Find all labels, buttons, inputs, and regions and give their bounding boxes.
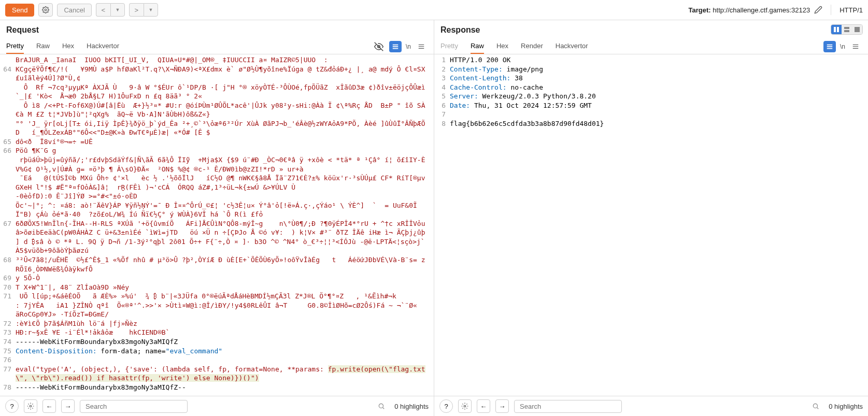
line-number: 66 — [0, 146, 16, 155]
line-content: eval("type('A', (object,), {'save': (lam… — [16, 365, 434, 383]
code-line: 77eval("type('A', (object,), {'save': (l… — [0, 365, 434, 383]
code-line: BrAJUR_A _IanaI IUOO bKIT[_UI_V, QIUA¤U*… — [0, 55, 434, 65]
code-line: 75Content-Disposition: form-data; name="… — [0, 347, 434, 356]
line-number: 73 — [0, 328, 16, 337]
tab-pretty[interactable]: Pretty — [440, 39, 458, 54]
code-line: 70T X+W^1¨|, 48¨ ZlÍaOà9D »Néy — [0, 283, 434, 292]
send-button[interactable]: Send — [5, 4, 34, 17]
svg-rect-6 — [855, 27, 860, 32]
nav-back-menu[interactable]: ▼ — [110, 3, 125, 17]
prev-match-icon[interactable]: ← — [477, 399, 490, 413]
line-number: 71 — [0, 292, 16, 301]
request-title: Request — [6, 25, 428, 35]
layout-horizontal-icon[interactable] — [842, 25, 852, 34]
tab-hackvertor[interactable]: Hackvertor — [87, 39, 119, 54]
line-number — [0, 201, 16, 219]
code-line: 1HTTP/1.0 200 OK — [434, 55, 868, 65]
line-number — [0, 192, 16, 201]
layout-vertical-icon[interactable] — [831, 25, 842, 34]
nav-back-button[interactable]: < — [96, 3, 110, 17]
line-content: dô<ð Ï8ví°®¬=÷ =UÊ — [16, 137, 434, 147]
line-content: ------WebKitFormBoundarybx83mgoNy3aMIQfZ — [16, 337, 434, 347]
line-content: -0èỏfD):0 Ê¨Jî]ÝØ >=°#<"±ó·oÈD — [16, 192, 434, 201]
code-line: 676ðØÕX5!WnĨln{-ĨHA--H-RLS ªXÚã '+ö{ûvmí… — [0, 219, 434, 255]
settings-button[interactable] — [38, 3, 53, 17]
line-number: 3 — [434, 74, 450, 83]
prev-match-icon[interactable]: ← — [42, 399, 56, 413]
edit-target-icon[interactable] — [814, 6, 822, 14]
tab-hex[interactable]: Hex — [496, 39, 508, 54]
target-label: Target: — [689, 6, 711, 14]
line-content: ¯Eá @(tÚSÌ©b MXú Ôh÷ ¢'×l èc ½ .'½õõÏlJ … — [16, 174, 434, 192]
tab-hex[interactable]: Hex — [62, 39, 74, 54]
response-search-input[interactable] — [514, 400, 622, 413]
line-number: 72 — [0, 319, 16, 328]
request-menu-icon[interactable] — [415, 41, 428, 52]
code-line: 76 — [0, 355, 434, 365]
request-search-input[interactable] — [80, 400, 188, 413]
nav-fwd-menu[interactable]: ▼ — [144, 3, 158, 17]
chevron-left-icon: < — [102, 6, 106, 14]
request-code[interactable]: BrAJUR_A _IanaI IUOO bKIT[_UI_V, QIUA¤U*… — [0, 54, 434, 396]
tab-hackvertor[interactable]: Hackvertor — [556, 39, 588, 54]
line-content: rþüáÚ>þüj=ûýñã/;'r£dvþSdäÝf&|Ñ\ãÃ 6ã¾Ô Ï… — [16, 155, 434, 174]
code-line: 64KCgçëŸÕf¶€/!( ¥9MÙ a$P hfØaKl²T.q?\X¬Ñ… — [0, 65, 434, 83]
line-content: y 5Ŏ-Ò — [16, 274, 434, 283]
line-number — [0, 301, 16, 319]
line-content: Ô Rf ¬7cq³µyµKª ÀXJÃ Ù 9·â W °$ÉUr ô`¹DP… — [16, 83, 434, 101]
line-number: 8 — [434, 119, 450, 128]
http-version: HTTP/1 — [839, 6, 863, 14]
line-content — [450, 110, 868, 119]
help-icon[interactable]: ? — [5, 399, 19, 413]
svg-point-7 — [30, 405, 32, 407]
nav-fwd-button[interactable]: > — [129, 3, 144, 17]
newline-indicator[interactable]: \n — [840, 43, 845, 50]
visibility-icon[interactable] — [373, 41, 385, 52]
tab-pretty[interactable]: Pretty — [6, 39, 24, 54]
response-code[interactable]: 1HTTP/1.0 200 OK2Content-Type: image/png… — [434, 54, 868, 396]
settings-footer-icon[interactable] — [24, 399, 37, 413]
line-number: 77 — [0, 365, 16, 383]
search-icon — [812, 403, 819, 410]
settings-footer-icon[interactable] — [458, 399, 472, 413]
line-content: 6ðØÕX5!WnĨln{-ĨHA--H-RLS ªXÚã '+ö{ûvmíÕ … — [16, 219, 434, 255]
code-line: ¯Eá @(tÚSÌ©b MXú Ôh÷ ¢'×l èc ½ .'½õõÏlJ … — [0, 174, 434, 192]
line-content: Content-Type: image/png — [450, 65, 868, 74]
response-tabs: PrettyRawHexRenderHackvertor \n — [434, 39, 868, 54]
response-footer: ? ← → 0 highlights — [434, 396, 868, 416]
newline-indicator[interactable]: \n — [406, 43, 411, 50]
code-line: Õc'~|°; ^: ¤á8: aò!¨ÄêV}ÁP ¥ÿñ½ŅÝ'=¯ Đ Î… — [0, 201, 434, 219]
layout-toggle[interactable] — [831, 24, 863, 35]
next-match-icon[interactable]: → — [61, 399, 75, 413]
line-content: KCgçëŸÕf¶€/!( ¥9MÙ a$P hfØaKl²T.q?\X¬ÑĐA… — [16, 65, 434, 83]
line-number: 6 — [434, 101, 450, 110]
help-icon[interactable]: ? — [439, 399, 453, 413]
line-content: : 7jYÊA iA1 }ZÎNÒ qªî Õ«®ª'^.>>'× >Ùtì¤W… — [16, 301, 434, 319]
tab-raw[interactable]: Raw — [471, 39, 484, 54]
tab-render[interactable]: Render — [521, 39, 543, 54]
code-line: Ô Rf ¬7cq³µyµKª ÀXJÃ Ù 9·â W °$ÉUr ô`¹DP… — [0, 83, 434, 101]
code-line: 78------WebKitFormBoundarybx83mgoNy3aMIQ… — [0, 383, 434, 392]
request-footer: ? ← → 0 highlights — [0, 396, 434, 416]
next-match-icon[interactable]: → — [495, 399, 509, 413]
response-highlights: 0 highlights — [829, 403, 863, 410]
code-line: 8flag{b6b62e6c5cdfda3b3a8b87d90fd48d01} — [434, 119, 868, 128]
response-menu-icon[interactable] — [849, 41, 862, 52]
line-number — [0, 119, 16, 137]
layout-single-icon[interactable] — [852, 25, 862, 34]
top-toolbar: Send Cancel < ▼ > ▼ Target: http://chall… — [0, 0, 868, 20]
line-content: ³²Û<7ã8¦/uÊHË ©½£^Ê$_1 «%Õf nhû # µ³ö>Û … — [16, 255, 434, 274]
line-number — [0, 55, 16, 65]
request-options-icon[interactable] — [389, 41, 402, 52]
tab-raw[interactable]: Raw — [36, 39, 50, 54]
code-line: 71 UÕ l[úp;+&áêĖOÕ ã ÆÈ%» »%ú' ¾ ₿ b¨|«3… — [0, 292, 434, 301]
target-url: http://challenge.ctf.games:32123 — [713, 6, 810, 14]
line-content: UÕ l[úp;+&áêĖOÕ ã ÆÈ%» »%ú' ¾ ₿ b¨|«3JÜf… — [16, 292, 434, 301]
line-content: flag{b6b62e6c5cdfda3b3a8b87d90fd48d01} — [450, 119, 868, 128]
line-content: Content-Disposition: form-data; name="ev… — [16, 347, 434, 356]
code-line: 7 — [434, 110, 868, 119]
line-content: T X+W^1¨|, 48¨ ZlÍaOà9D »Néy — [16, 283, 434, 292]
response-options-icon[interactable] — [823, 41, 836, 52]
cancel-button[interactable]: Cancel — [57, 4, 91, 17]
line-content: Pöû ¶K¨G g — [16, 146, 434, 155]
